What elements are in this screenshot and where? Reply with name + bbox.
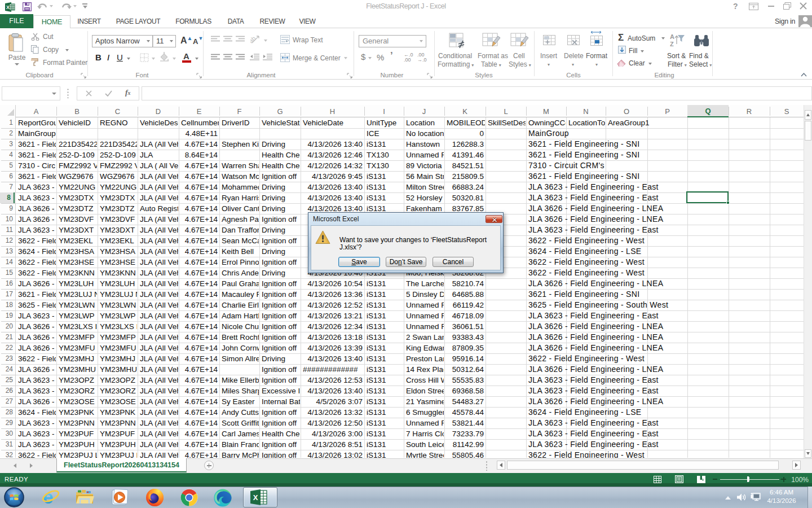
svg-text:X: X <box>6 5 10 10</box>
svg-text:X: X <box>253 493 258 502</box>
svg-text:Z: Z <box>670 41 674 47</box>
svg-text:ab: ab <box>250 35 257 45</box>
svg-text:A: A <box>670 33 674 40</box>
